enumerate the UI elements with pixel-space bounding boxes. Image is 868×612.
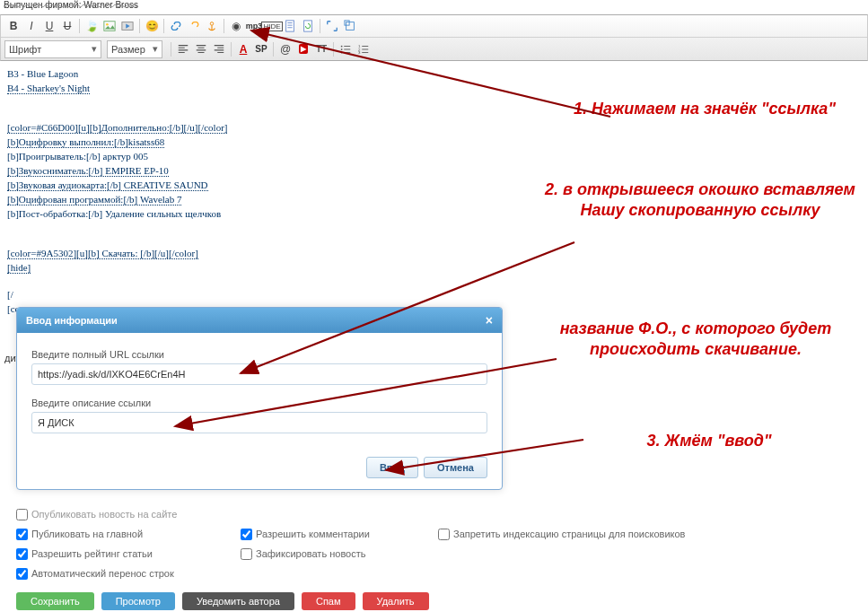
breadcrumb-text: Выпущен фирмой: Warner Bross	[0, 0, 868, 14]
link-button[interactable]	[168, 18, 184, 34]
cancel-button[interactable]: Отмена	[424, 457, 487, 478]
image-icon[interactable]	[101, 18, 118, 34]
annotation-2: 2. в открывшееся окошко вставляем Нашу с…	[539, 179, 862, 220]
video-icon[interactable]	[119, 18, 136, 34]
delete-button[interactable]: Удалить	[363, 592, 429, 610]
fix-news-checkbox[interactable]: Зафиксировать новость	[241, 548, 366, 560]
svg-point-1	[106, 23, 109, 26]
notify-button[interactable]: Уведомить автора	[182, 592, 294, 610]
annotation-1: 1. Нажимаем на значёк "ссылка"	[557, 99, 853, 119]
desc-label: Введите описание ссылки	[31, 398, 487, 408]
align-center-button[interactable]	[193, 41, 209, 57]
close-icon[interactable]: ×	[486, 313, 493, 328]
allow-rating-checkbox[interactable]: Разрешить рейтинг статьи	[16, 548, 205, 560]
at-button[interactable]: @	[277, 41, 294, 57]
strike-button[interactable]: U	[59, 18, 75, 34]
svg-rect-4	[286, 21, 294, 31]
dialog-title: Ввод информации	[26, 315, 118, 326]
italic-button[interactable]: I	[23, 18, 39, 34]
svg-rect-7	[345, 21, 349, 25]
mp3-button[interactable]: mp3	[246, 18, 262, 34]
spam-button[interactable]: Спам	[302, 592, 355, 610]
tt-button[interactable]: TT	[313, 41, 329, 57]
emoji-button[interactable]: 😊	[144, 18, 160, 34]
options-checkboxes: Опубликовать новость на сайте Публиковат…	[16, 503, 721, 585]
action-buttons: Сохранить Просмотр Уведомить автора Спам…	[16, 592, 429, 610]
autowrap-checkbox[interactable]: Автоматический перенос строк	[16, 568, 174, 580]
save-button[interactable]: Сохранить	[16, 592, 94, 610]
svg-rect-0	[104, 22, 115, 31]
record-icon[interactable]: ◉	[228, 18, 244, 34]
svg-point-9	[341, 48, 343, 50]
sp-button[interactable]: SP	[253, 41, 269, 57]
leaf-icon[interactable]: 🍃	[83, 18, 100, 34]
expand-icon[interactable]	[324, 18, 340, 34]
noindex-checkbox[interactable]: Запретить индексацию страницы для поиско…	[438, 529, 685, 540]
font-dropdown[interactable]: Шрифт	[4, 40, 101, 58]
align-right-button[interactable]	[211, 41, 227, 57]
list-bullet-button[interactable]	[338, 41, 354, 57]
ok-button[interactable]: Ввод	[366, 457, 418, 478]
svg-text:3: 3	[358, 50, 361, 55]
font-color-button[interactable]: A	[235, 41, 251, 57]
hide-button[interactable]: HIDE	[264, 18, 280, 34]
annotation-4: 3. Жмём "ввод"	[566, 431, 853, 451]
page-refresh-icon[interactable]	[300, 18, 316, 34]
page-icon[interactable]	[282, 18, 298, 34]
underline-button[interactable]: U	[41, 18, 57, 34]
publish-main-checkbox[interactable]: Публиковать на главной	[16, 529, 205, 540]
bold-button[interactable]: B	[5, 18, 22, 34]
url-input[interactable]	[31, 363, 487, 385]
desc-input[interactable]	[31, 412, 487, 433]
preview-button[interactable]: Просмотр	[101, 592, 175, 610]
allow-comments-checkbox[interactable]: Разрешить комментарии	[241, 529, 402, 540]
svg-point-10	[341, 51, 343, 53]
svg-rect-6	[346, 22, 355, 31]
list-number-button[interactable]: 123	[355, 41, 372, 57]
url-label: Введите полный URL ссылки	[31, 349, 487, 360]
anchor-button[interactable]	[204, 18, 220, 34]
editor-toolbar: B I U U 🍃 😊 ◉ mp3 HIDE Шрифт Размер A SP	[0, 14, 868, 61]
collapse-icon[interactable]	[342, 18, 358, 34]
annotation-3: название Ф.О., с которого будет происход…	[530, 319, 862, 359]
link-dialog: Ввод информации × Введите полный URL ссы…	[16, 307, 503, 490]
publish-site-checkbox[interactable]: Опубликовать новость на сайте	[16, 509, 177, 520]
youtube-button[interactable]: ▶	[295, 41, 311, 57]
align-left-button[interactable]	[175, 41, 191, 57]
svg-point-8	[341, 45, 343, 47]
unlink-button[interactable]	[186, 18, 202, 34]
svg-point-3	[210, 22, 214, 26]
size-dropdown[interactable]: Размер	[107, 40, 162, 58]
